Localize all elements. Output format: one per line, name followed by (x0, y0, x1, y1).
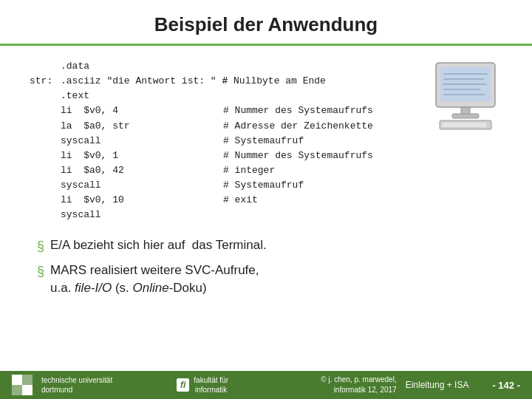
footer-left: technische universität dortmund (12, 375, 139, 395)
bullet-item-1: § E/A bezieht sich hier auf das Terminal… (37, 236, 502, 256)
footer-copyright: © j. chen, p. marwedel, informatik 12, 2… (266, 375, 397, 395)
footer-faculty: fakultät für informatik (194, 375, 228, 395)
svg-rect-11 (12, 375, 22, 385)
bullets-section: § E/A bezieht sich hier auf das Terminal… (30, 236, 502, 303)
code-label: str: (30, 59, 61, 223)
svg-rect-13 (22, 375, 33, 385)
code-line-8: li $a0, 42 # integer (61, 163, 502, 178)
footer-university: technische universität dortmund (41, 375, 112, 395)
footer-inner: technische universität dortmund fi fakul… (12, 375, 520, 395)
code-line-11: syscall (61, 208, 502, 222)
tu-logo-svg (12, 375, 35, 395)
bullet-text-1: E/A bezieht sich hier auf das Terminal. (50, 236, 267, 254)
footer-course: Einleitung + ISA (406, 380, 469, 390)
code-line-9: syscall # Systemaufruf (61, 178, 502, 193)
header: Beispiel der Anwendung (0, 0, 532, 46)
footer-center: fi fakultät für informatik (139, 375, 266, 395)
page-title: Beispiel der Anwendung (30, 13, 502, 36)
svg-rect-8 (452, 114, 479, 118)
bullet-text-2: MARS realisiert weitere SVC-Aufrufe,u.a.… (50, 262, 259, 297)
code-line-6: syscall # Systemaufruf (61, 134, 502, 149)
bullet-marker-2: § (37, 262, 44, 281)
svg-rect-12 (12, 385, 22, 395)
svg-rect-14 (22, 385, 33, 395)
footer: technische universität dortmund fi fakul… (0, 371, 532, 399)
bullet-item-2: § MARS realisiert weitere SVC-Aufrufe,u.… (37, 262, 502, 297)
bullet-marker-1: § (37, 237, 44, 256)
footer-page: - 142 - (492, 380, 520, 391)
code-line-7: li $v0, 1 # Nummer des Systemaufrufs (61, 149, 502, 163)
tu-logo (12, 375, 35, 395)
svg-rect-10 (442, 123, 486, 127)
computer-illustration (429, 59, 510, 133)
code-line-10: li $v0, 10 # exit (61, 193, 502, 208)
fi-logo: fi (177, 378, 189, 392)
